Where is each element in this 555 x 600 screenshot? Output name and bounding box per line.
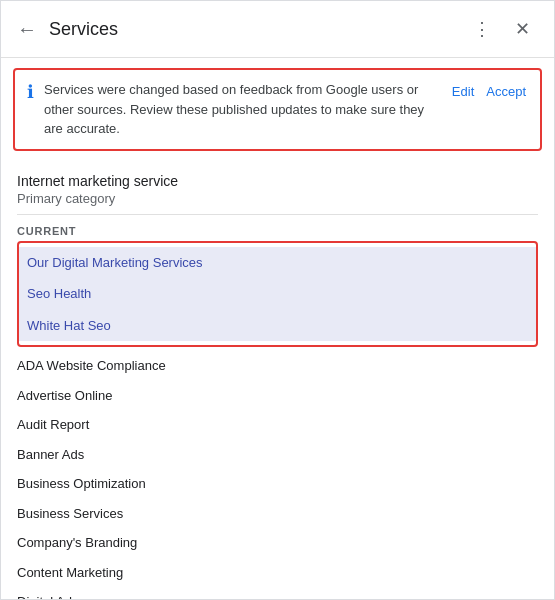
list-item[interactable]: ADA Website Compliance xyxy=(17,351,538,381)
list-item[interactable]: Company's Branding xyxy=(17,528,538,558)
info-icon: ℹ xyxy=(27,81,34,103)
services-window: ← Services ⋮ ✕ ℹ Services were changed b… xyxy=(0,0,555,600)
category-title: Internet marketing service xyxy=(17,173,538,189)
category-subtitle: Primary category xyxy=(17,191,538,206)
list-item[interactable]: Business Services xyxy=(17,499,538,529)
back-icon[interactable]: ← xyxy=(17,18,37,41)
category-section: Internet marketing service Primary categ… xyxy=(17,161,538,215)
list-item[interactable]: Business Optimization xyxy=(17,469,538,499)
list-item[interactable]: Audit Report xyxy=(17,410,538,440)
accept-button[interactable]: Accept xyxy=(484,80,528,103)
header-actions: ⋮ ✕ xyxy=(466,13,538,45)
alert-text: Services were changed based on feedback … xyxy=(44,80,432,139)
edit-button[interactable]: Edit xyxy=(450,80,476,103)
alert-banner: ℹ Services were changed based on feedbac… xyxy=(13,68,542,151)
more-options-icon[interactable]: ⋮ xyxy=(466,13,498,45)
header: ← Services ⋮ ✕ xyxy=(1,1,554,58)
highlighted-services-section: Our Digital Marketing Services Seo Healt… xyxy=(17,241,538,348)
list-item[interactable]: Content Marketing xyxy=(17,558,538,588)
list-item[interactable]: White Hat Seo xyxy=(19,310,536,342)
services-list[interactable]: CURRENT Our Digital Marketing Services S… xyxy=(17,215,538,600)
list-item[interactable]: Banner Ads xyxy=(17,440,538,470)
list-item[interactable]: Advertise Online xyxy=(17,381,538,411)
alert-actions: Edit Accept xyxy=(450,80,528,103)
current-label: CURRENT xyxy=(17,215,538,241)
close-icon[interactable]: ✕ xyxy=(506,13,538,45)
regular-services-list: ADA Website ComplianceAdvertise OnlineAu… xyxy=(17,351,538,599)
list-item[interactable]: Our Digital Marketing Services xyxy=(19,247,536,279)
page-title: Services xyxy=(49,19,466,40)
list-item[interactable]: Digital Ads xyxy=(17,587,538,599)
content-area: Internet marketing service Primary categ… xyxy=(1,161,554,600)
list-item[interactable]: Seo Health xyxy=(19,278,536,310)
